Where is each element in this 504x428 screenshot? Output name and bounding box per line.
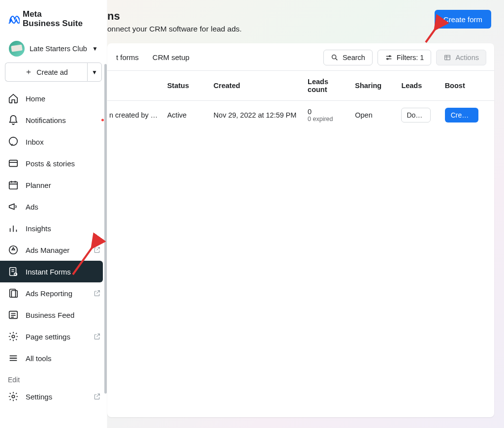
account-avatar — [9, 41, 25, 57]
download-button[interactable]: Dow… — [401, 108, 431, 122]
boost-create-button[interactable]: Creat… — [445, 108, 478, 122]
row-sharing: Open — [355, 111, 401, 119]
home-icon — [8, 93, 19, 104]
svg-point-12 — [389, 56, 391, 57]
nav-label: Notifications — [26, 116, 66, 124]
edit-section-label: Edit — [0, 369, 107, 386]
menu-icon — [8, 353, 19, 364]
annotation-arrow — [421, 19, 450, 50]
brand-line1: Meta — [23, 10, 83, 19]
sidebar-item-ads[interactable]: Ads — [0, 196, 107, 217]
create-ad-button[interactable]: ＋ Create ad — [5, 62, 87, 82]
sidebar-item-home[interactable]: Home — [0, 88, 107, 109]
col-leads-count: Leads count — [308, 78, 355, 93]
table-row[interactable]: n created by … Active Nov 29, 2022 at 12… — [107, 101, 494, 129]
sidebar-item-posts[interactable]: Posts & stories — [0, 153, 107, 174]
svg-line-18 — [426, 22, 441, 42]
svg-point-13 — [387, 58, 388, 60]
grid-icon — [443, 54, 451, 61]
sidebar-item-page-settings[interactable]: Page settings — [0, 326, 107, 347]
gear-icon — [8, 391, 19, 402]
account-switcher[interactable]: Late Starters Club ▼ — [6, 39, 101, 59]
create-ad-dropdown[interactable]: ▼ — [87, 62, 102, 82]
forms-panel: t forms CRM setup Search Filters: 1 Acti… — [107, 43, 494, 417]
nav-label: Posts & stories — [26, 159, 75, 168]
create-ad-group: ＋ Create ad ▼ — [5, 62, 102, 82]
svg-point-10 — [12, 396, 15, 398]
nav-label: Instant Forms — [26, 268, 71, 276]
nav-label: Ads Reporting — [26, 289, 72, 298]
brand-logo: Meta Business Suite — [0, 0, 107, 33]
search-label: Search — [343, 54, 365, 61]
sidebar-item-business-feed[interactable]: Business Feed — [0, 304, 107, 326]
table-header: Status Created Leads count Sharing Leads… — [107, 71, 494, 101]
sidebar-item-settings[interactable]: Settings — [0, 386, 107, 407]
calendar-icon — [8, 180, 19, 190]
sliders-icon — [385, 54, 393, 61]
nav-label: Insights — [26, 224, 51, 233]
meta-logo-icon — [8, 13, 20, 25]
sidebar-scrollbar[interactable] — [104, 64, 107, 394]
col-boost: Boost — [445, 82, 486, 90]
row-leads-count: 0 0 expired — [308, 108, 355, 122]
sidebar-item-planner[interactable]: Planner — [0, 174, 107, 196]
external-link-icon — [93, 289, 101, 297]
bar-chart-icon — [8, 223, 19, 234]
search-button[interactable]: Search — [323, 50, 373, 65]
megaphone-icon — [8, 201, 19, 212]
nav-label: Planner — [26, 181, 51, 189]
col-sharing: Sharing — [355, 82, 401, 90]
nav-label: Business Feed — [26, 311, 74, 319]
account-name: Late Starters Club — [30, 45, 92, 53]
gear-icon — [8, 331, 19, 342]
sidebar: Meta Business Suite Late Starters Club ▼… — [0, 0, 107, 428]
nav-label: Ads Manager — [26, 246, 69, 254]
external-link-icon — [93, 393, 101, 400]
tab-forms[interactable]: t forms — [109, 48, 146, 66]
nav-label: Inbox — [26, 138, 44, 146]
row-name: n created by … — [109, 111, 167, 119]
reporting-icon — [8, 288, 19, 299]
page-subtitle: onnect your CRM software for lead ads. — [107, 25, 435, 33]
svg-point-0 — [9, 137, 18, 146]
sidebar-item-ads-reporting[interactable]: Ads Reporting — [0, 282, 107, 304]
col-leads: Leads — [401, 82, 444, 90]
create-ad-label: Create ad — [36, 68, 68, 76]
actions-label: Actions — [455, 54, 479, 61]
nav-label: Page settings — [26, 333, 70, 341]
svg-rect-14 — [445, 55, 450, 60]
sidebar-item-all-tools[interactable]: All tools — [0, 347, 107, 369]
annotation-arrow — [68, 235, 102, 281]
filters-button[interactable]: Filters: 1 — [378, 50, 432, 65]
brand-line2: Business Suite — [23, 19, 83, 29]
main-content: ns onnect your CRM software for lead ads… — [107, 0, 504, 428]
filters-label: Filters: 1 — [397, 54, 424, 61]
svg-rect-1 — [9, 160, 18, 167]
plus-icon: ＋ — [25, 67, 32, 77]
feed-icon — [8, 309, 19, 320]
posts-icon — [8, 158, 19, 169]
bell-icon — [8, 115, 19, 125]
tab-crm-setup[interactable]: CRM setup — [146, 48, 196, 66]
search-icon — [331, 54, 339, 61]
nav-list: Home Notifications Inbox Posts & stories… — [0, 88, 107, 369]
nav-label: All tools — [26, 354, 52, 363]
sidebar-item-notifications[interactable]: Notifications — [0, 109, 107, 131]
ads-manager-icon — [8, 245, 19, 255]
svg-line-16 — [73, 240, 97, 275]
form-icon — [8, 266, 19, 277]
svg-rect-7 — [11, 291, 17, 298]
chat-icon — [8, 136, 19, 147]
svg-point-9 — [12, 336, 15, 338]
caret-down-icon: ▼ — [92, 69, 97, 76]
nav-label: Ads — [26, 203, 38, 211]
col-created: Created — [214, 82, 308, 90]
caret-down-icon: ▼ — [92, 45, 98, 52]
actions-button: Actions — [436, 50, 486, 65]
nav-label: Settings — [26, 393, 52, 401]
sidebar-item-inbox[interactable]: Inbox — [0, 131, 107, 153]
row-status: Active — [167, 111, 214, 119]
svg-point-11 — [332, 55, 336, 59]
page-title: ns — [107, 10, 435, 23]
external-link-icon — [93, 333, 101, 340]
